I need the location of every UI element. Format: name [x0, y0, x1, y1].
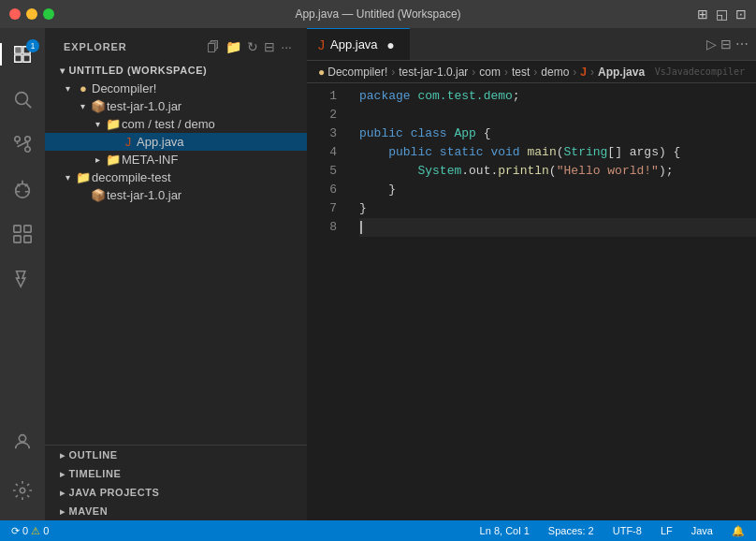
- code-line-1: package com.test.demo;: [359, 87, 756, 106]
- more-actions-icon[interactable]: ···: [281, 39, 292, 54]
- timeline-arrow: ▸: [60, 469, 65, 479]
- java-projects-panel-header[interactable]: ▸ JAVA PROJECTS: [45, 483, 307, 502]
- eol-text: LF: [661, 525, 673, 536]
- breadcrumb-dot-icon: ●: [318, 66, 325, 79]
- test-activity-icon[interactable]: [0, 256, 45, 301]
- tree-item-decompile-test[interactable]: ▾ 📁 decompile-test: [45, 168, 307, 186]
- timeline-label: TIMELINE: [69, 468, 122, 479]
- breadcrumb-test[interactable]: test: [512, 66, 530, 79]
- jar-arrow: ▾: [75, 101, 90, 111]
- code-line-7: }: [359, 199, 756, 218]
- error-icon: ⚠: [31, 525, 40, 537]
- breadcrumb-filename[interactable]: App.java: [598, 66, 645, 79]
- tree-item-metainf[interactable]: ▸ 📁 META-INF: [45, 151, 307, 168]
- debug-activity-icon[interactable]: [0, 167, 45, 212]
- outline-label: OUTLINE: [69, 449, 118, 461]
- new-folder-icon[interactable]: 📁: [225, 39, 241, 54]
- timeline-panel-header[interactable]: ▸ TIMELINE: [45, 464, 307, 483]
- folder-closed-icon: 📁: [105, 153, 122, 167]
- folder-icon: ●: [75, 81, 92, 95]
- status-bar: ⟳ 0 ⚠ 0 Ln 8, Col 1 Spaces: 2 UTF-8 LF J…: [0, 520, 756, 541]
- maximize-button[interactable]: [43, 8, 54, 20]
- breadcrumb-jar[interactable]: test-jar-1.0.jar: [399, 66, 468, 79]
- minimize-button[interactable]: [26, 8, 37, 20]
- language-text: Java: [691, 525, 713, 536]
- extension-badge: 1: [26, 39, 39, 52]
- new-file-icon[interactable]: 🗍: [207, 39, 220, 54]
- encoding[interactable]: UTF-8: [609, 525, 646, 536]
- run-icon[interactable]: ▷: [706, 37, 717, 51]
- split-editor-icon[interactable]: ⊟: [720, 37, 732, 51]
- breadcrumb-java-icon[interactable]: J: [580, 66, 587, 79]
- jar-red-icon: 📦: [90, 188, 107, 202]
- tab-dirty-indicator[interactable]: ●: [384, 37, 399, 52]
- cursor-position[interactable]: Ln 8, Col 1: [476, 525, 533, 536]
- tree-item-jar2[interactable]: ▸ 📦 test-jar-1.0.jar: [45, 186, 307, 204]
- indentation[interactable]: Spaces: 2: [545, 525, 598, 536]
- sync-status[interactable]: ⟳ 0 ⚠ 0: [7, 525, 52, 537]
- close-button[interactable]: [9, 8, 21, 20]
- editor-area: J App.java ● ▷ ⊟ ⋯ ● Decompiler! › test-…: [307, 28, 756, 520]
- code-content[interactable]: package com.test.demo; public class App …: [344, 83, 756, 520]
- svg-point-1: [16, 93, 28, 105]
- maven-label: MAVEN: [69, 505, 109, 517]
- svg-rect-10: [24, 226, 31, 232]
- collapse-all-icon[interactable]: ⊟: [264, 39, 275, 54]
- outline-panel-header[interactable]: ▸ OUTLINE: [45, 446, 307, 464]
- notifications[interactable]: 🔔: [728, 525, 749, 537]
- breadcrumb-com[interactable]: com: [479, 66, 501, 79]
- search-activity-icon[interactable]: [0, 77, 45, 122]
- java-projects-arrow: ▸: [60, 488, 65, 498]
- bell-icon: 🔔: [732, 525, 745, 537]
- code-editor[interactable]: 1 2 3 4 5 6 7 8 package com.test.demo; p…: [307, 83, 756, 520]
- more-icon[interactable]: ⋯: [735, 37, 749, 51]
- tree-item-label: test-jar-1.0.jar: [107, 188, 307, 202]
- eol[interactable]: LF: [657, 525, 676, 536]
- accounts-activity-icon[interactable]: [0, 419, 45, 464]
- titlebar: App.java — Untitled (Workspace) ⊞ ◱ ⊡: [0, 0, 756, 28]
- window-controls[interactable]: [9, 8, 54, 20]
- code-line-3: public class App {: [359, 124, 756, 143]
- code-line-8: [359, 218, 756, 237]
- layout-icon-2[interactable]: ◱: [716, 7, 728, 22]
- extensions-activity-icon[interactable]: [0, 212, 45, 256]
- tree-item-jar1[interactable]: ▾ 📦 test-jar-1.0.jar: [45, 97, 307, 115]
- folder-icon-2: 📁: [75, 170, 92, 184]
- scm-activity-icon[interactable]: [0, 122, 45, 167]
- svg-rect-11: [14, 236, 21, 242]
- explorer-activity-icon[interactable]: 1: [0, 32, 45, 77]
- workspace-root[interactable]: ▾ UNTITLED (WORKSPACE): [45, 61, 307, 80]
- svg-line-7: [18, 141, 28, 147]
- tab-java-icon: J: [318, 37, 325, 52]
- errors-count: 0: [22, 525, 28, 536]
- tab-bar-actions[interactable]: ▷ ⊟ ⋯: [706, 28, 756, 60]
- package-icon: 📁: [105, 117, 122, 131]
- breadcrumb-demo[interactable]: demo: [541, 66, 569, 79]
- metainf-arrow: ▸: [90, 154, 105, 165]
- sidebar: Explorer 🗍 📁 ↻ ⊟ ··· ▾ UNTITLED (WORKSPA…: [45, 28, 307, 520]
- tree-item-package[interactable]: ▾ 📁 com / test / demo: [45, 115, 307, 133]
- encoding-text: UTF-8: [613, 525, 642, 536]
- tree-item-label: Decompiler!: [92, 81, 307, 95]
- java-projects-label: JAVA PROJECTS: [69, 487, 160, 498]
- svg-point-4: [25, 147, 31, 153]
- tree-item-decompiler[interactable]: ▾ ● Decompiler!: [45, 80, 307, 97]
- line-numbers: 1 2 3 4 5 6 7 8: [307, 83, 344, 520]
- layout-icon-3[interactable]: ⊡: [735, 7, 747, 22]
- editor-layout-controls[interactable]: ⊞ ◱ ⊡: [697, 7, 747, 22]
- sidebar-header: Explorer 🗍 📁 ↻ ⊟ ···: [45, 28, 307, 61]
- package-arrow: ▾: [90, 119, 105, 129]
- language-mode[interactable]: Java: [688, 525, 717, 536]
- layout-icon-1[interactable]: ⊞: [697, 7, 708, 22]
- breadcrumb-decompiler[interactable]: ● Decompiler!: [318, 66, 387, 79]
- tree-item-label: App.java: [137, 135, 307, 149]
- refresh-icon[interactable]: ↻: [247, 39, 258, 54]
- sidebar-title: Explorer: [64, 41, 127, 52]
- workspace-arrow: ▾: [60, 66, 65, 76]
- tree-item-label: META-INF: [122, 153, 307, 167]
- settings-activity-icon[interactable]: [0, 468, 45, 513]
- tab-appjava[interactable]: J App.java ●: [307, 28, 410, 60]
- sidebar-actions[interactable]: 🗍 📁 ↻ ⊟ ···: [207, 39, 292, 54]
- tree-item-appjava[interactable]: ▸ J App.java: [45, 133, 307, 151]
- maven-panel-header[interactable]: ▸ MAVEN: [45, 502, 307, 520]
